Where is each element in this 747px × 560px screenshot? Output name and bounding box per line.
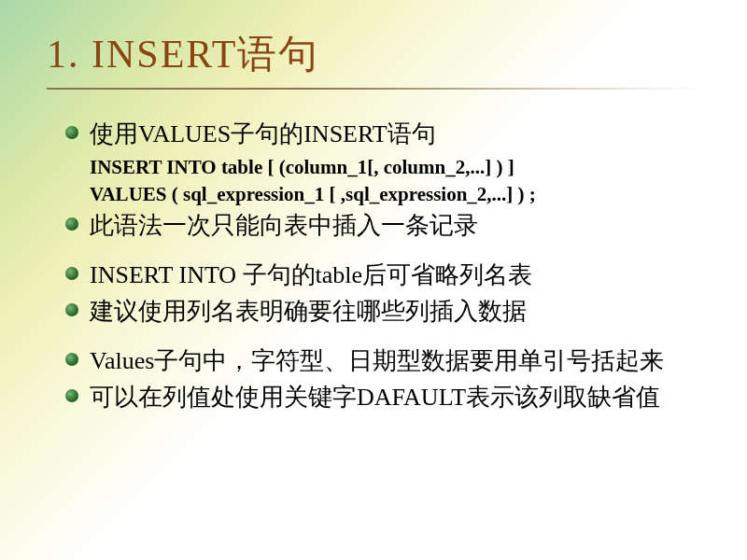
slide-title: 1. INSERT语句 [47, 28, 700, 80]
bullet-item: 可以在列值处使用关键字DAFAULT表示该列取缺省值 [65, 381, 700, 413]
bullet-text: Values子句中，字符型、日期型数据要用单引号括起来 [90, 344, 664, 377]
bullet-item: 建议使用列名表明确要往哪些列插入数据 [65, 295, 700, 328]
bullet-text: 建议使用列名表明确要往哪些列插入数据 [90, 295, 527, 328]
bullet-item: Values子句中，字符型、日期型数据要用单引号括起来 [65, 344, 700, 377]
bullet-icon [65, 126, 78, 139]
bullet-item: 使用VALUES子句的INSERT语句 [65, 118, 700, 150]
code-line: VALUES ( sql_expression_1 [ ,sql_express… [90, 181, 700, 208]
bullet-icon [65, 353, 78, 366]
bullet-text: 可以在列值处使用关键字DAFAULT表示该列取缺省值 [90, 381, 660, 413]
bullet-icon [65, 389, 78, 402]
bullet-icon [65, 217, 78, 231]
bullet-item: INSERT INTO 子句的table后可省略列名表 [65, 259, 700, 291]
bullet-text: 使用VALUES子句的INSERT语句 [90, 118, 436, 150]
slide-container: 1. INSERT语句 使用VALUES子句的INSERT语句 INSERT I… [0, 0, 747, 445]
bullet-icon [65, 303, 78, 316]
bullet-text: INSERT INTO 子句的table后可省略列名表 [90, 259, 532, 291]
slide-content: 使用VALUES子句的INSERT语句 INSERT INTO table [ … [47, 118, 700, 413]
bullet-text: 此语法一次只能向表中插入一条记录 [90, 209, 478, 242]
bullet-icon [65, 267, 78, 280]
title-underline [47, 88, 700, 90]
code-line: INSERT INTO table [ (column_1[, column_2… [90, 154, 700, 181]
bullet-item: 此语法一次只能向表中插入一条记录 [65, 209, 700, 242]
